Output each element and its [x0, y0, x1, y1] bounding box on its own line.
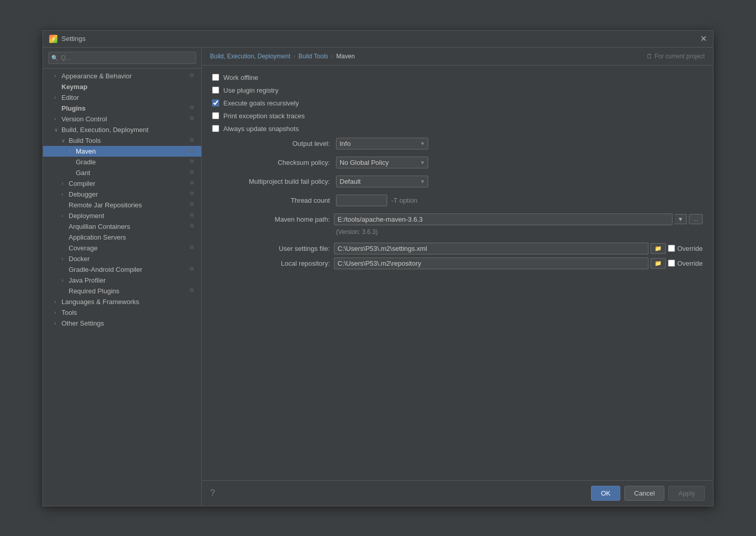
- settings-dialog: J Settings ✕ 🔍 › Appearance & Behavior: [43, 30, 713, 506]
- apply-button[interactable]: Apply: [668, 486, 705, 501]
- breadcrumb-build-exec[interactable]: Build, Execution, Deployment: [210, 53, 290, 60]
- sidebar-item-label: Compiler: [69, 180, 190, 187]
- sidebar-item-java-profiler[interactable]: › Java Profiler: [43, 275, 201, 286]
- user-override-checkbox[interactable]: [668, 245, 675, 252]
- copy-icon: ⧉: [190, 266, 197, 273]
- sidebar-item-coverage[interactable]: Coverage ⧉: [43, 243, 201, 253]
- work-offline-row: Work offline: [212, 74, 703, 81]
- checksum-policy-select[interactable]: No Global Policy Strict Lax Ignore: [336, 157, 428, 168]
- sidebar-item-label: Gradle-Android Compiler: [69, 266, 190, 273]
- copy-icon: ⧉: [190, 190, 197, 198]
- execute-goals-row: Execute goals recursively: [212, 99, 703, 107]
- sidebar-item-label: Gant: [76, 169, 190, 177]
- search-icon: 🔍: [51, 54, 58, 61]
- use-plugin-label[interactable]: Use plugin registry: [223, 87, 279, 94]
- sidebar-item-docker[interactable]: › Docker: [43, 253, 201, 264]
- user-override-label[interactable]: Override: [677, 245, 703, 252]
- bottom-bar: ? OK Cancel Apply: [202, 480, 713, 506]
- sidebar-item-other-settings[interactable]: › Other Settings: [43, 318, 201, 329]
- print-exception-checkbox[interactable]: [212, 112, 219, 119]
- maven-home-input[interactable]: [334, 213, 673, 225]
- user-settings-browse-btn[interactable]: 📁: [650, 243, 666, 254]
- work-offline-label[interactable]: Work offline: [223, 74, 258, 81]
- execute-goals-checkbox[interactable]: [212, 99, 219, 106]
- sidebar-item-gradle-android[interactable]: Gradle-Android Compiler ⧉: [43, 264, 201, 275]
- breadcrumb-build-tools[interactable]: Build Tools: [299, 53, 328, 60]
- local-repo-input[interactable]: [334, 258, 648, 269]
- cancel-button[interactable]: Cancel: [624, 486, 664, 501]
- sidebar-item-label: Build, Execution, Deployment: [61, 126, 197, 134]
- close-button[interactable]: ✕: [700, 35, 707, 43]
- local-override-label[interactable]: Override: [677, 260, 703, 267]
- sidebar-tree: › Appearance & Behavior ⧉ Keymap › Edito…: [43, 69, 201, 506]
- search-input[interactable]: [48, 52, 196, 64]
- sidebar-item-plugins[interactable]: Plugins ⧉: [43, 103, 201, 114]
- sidebar-item-build-tools[interactable]: ∨ Build Tools ⧉: [43, 135, 201, 146]
- copy-icon: ⧉: [190, 137, 197, 144]
- sidebar-item-label: Remote Jar Repositories: [69, 201, 190, 209]
- maven-home-dropdown-btn[interactable]: ▼: [675, 214, 687, 224]
- multiproject-fail-row: Multiproject build fail policy: Default …: [212, 176, 703, 187]
- sidebar-item-label: Keymap: [61, 83, 197, 91]
- sidebar-item-required-plugins[interactable]: Required Plugins ⧉: [43, 286, 201, 296]
- copy-icon: ⧉: [190, 115, 197, 122]
- output-level-select[interactable]: Debug Info Warn Error: [336, 138, 428, 149]
- project-icon: 🗒: [646, 53, 653, 60]
- local-repo-label: Local repository:: [212, 260, 330, 267]
- sidebar-item-appearance[interactable]: › Appearance & Behavior ⧉: [43, 71, 201, 81]
- sidebar-item-build-exec-deploy[interactable]: ∨ Build, Execution, Deployment: [43, 124, 201, 135]
- use-plugin-checkbox[interactable]: [212, 87, 219, 94]
- local-repo-row: Local repository: 📁 Override: [212, 258, 703, 269]
- local-repo-browse-btn[interactable]: 📁: [650, 258, 666, 269]
- checksum-policy-select-wrapper: No Global Policy Strict Lax Ignore ▼: [336, 157, 428, 168]
- sidebar-item-tools[interactable]: › Tools: [43, 307, 201, 318]
- maven-home-browse-btn[interactable]: …: [689, 214, 703, 224]
- print-exception-row: Print exception stack traces: [212, 112, 703, 120]
- sidebar-item-gradle[interactable]: Gradle ⧉: [43, 157, 201, 167]
- local-override-checkbox[interactable]: [668, 260, 675, 267]
- sidebar-item-compiler[interactable]: › Compiler ⧉: [43, 178, 201, 189]
- project-indicator: 🗒 For current project: [646, 53, 705, 60]
- arrow-icon: ›: [61, 256, 69, 262]
- sidebar-item-deployment[interactable]: › Deployment ⧉: [43, 210, 201, 221]
- copy-icon: ⧉: [190, 72, 197, 79]
- work-offline-checkbox[interactable]: [212, 74, 219, 81]
- sidebar-item-label: Languages & Frameworks: [61, 298, 197, 306]
- help-icon[interactable]: ?: [210, 488, 215, 499]
- thread-count-row: Thread count -T option: [212, 195, 703, 206]
- sidebar-item-editor[interactable]: › Editor: [43, 92, 201, 103]
- user-settings-input[interactable]: [334, 243, 648, 254]
- sidebar-item-version-control[interactable]: › Version Control ⧉: [43, 114, 201, 124]
- sidebar-item-debugger[interactable]: › Debugger ⧉: [43, 189, 201, 200]
- breadcrumb: Build, Execution, Deployment › Build Too…: [202, 48, 713, 66]
- always-update-label[interactable]: Always update snapshots: [223, 125, 299, 133]
- sidebar-item-label: Arquillian Containers: [69, 223, 190, 230]
- sidebar-item-arquillian[interactable]: Arquillian Containers ⧉: [43, 221, 201, 232]
- thread-count-input[interactable]: [336, 195, 387, 206]
- sidebar-item-app-servers[interactable]: Application Servers: [43, 232, 201, 243]
- main-panel: Build, Execution, Deployment › Build Too…: [202, 48, 713, 506]
- user-settings-override: Override: [668, 245, 703, 252]
- settings-content: Work offline Use plugin registry Execute…: [202, 66, 713, 480]
- execute-goals-label[interactable]: Execute goals recursively: [223, 99, 299, 107]
- output-level-row: Output level: Debug Info Warn Error ▼: [212, 138, 703, 149]
- arrow-icon: ›: [54, 95, 61, 100]
- copy-icon: ⧉: [190, 212, 197, 219]
- t-option-label: -T option: [391, 197, 417, 204]
- always-update-checkbox[interactable]: [212, 125, 219, 132]
- sidebar-item-keymap[interactable]: Keymap: [43, 81, 201, 92]
- print-exception-label[interactable]: Print exception stack traces: [223, 112, 305, 120]
- copy-icon: ⧉: [190, 147, 197, 155]
- arrow-icon: ›: [54, 299, 61, 305]
- ok-button[interactable]: OK: [591, 486, 620, 501]
- sidebar-item-label: Plugins: [61, 104, 190, 112]
- local-repo-override: Override: [668, 260, 703, 267]
- multiproject-fail-select[interactable]: Default Fail at end Fail never: [336, 176, 428, 187]
- sidebar-item-maven[interactable]: › Maven ⧉: [43, 146, 201, 157]
- always-update-row: Always update snapshots: [212, 125, 703, 133]
- sidebar-item-label: Deployment: [69, 212, 190, 220]
- sidebar-item-gant[interactable]: Gant ⧉: [43, 167, 201, 178]
- sidebar-item-languages[interactable]: › Languages & Frameworks: [43, 296, 201, 307]
- sidebar-item-remote-jar[interactable]: Remote Jar Repositories ⧉: [43, 200, 201, 210]
- use-plugin-row: Use plugin registry: [212, 87, 703, 94]
